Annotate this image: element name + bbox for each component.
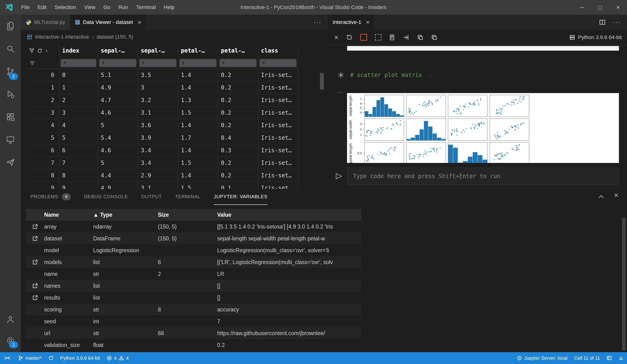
cell[interactable]: Iris-set…: [258, 157, 298, 169]
cell[interactable]: 5.4: [98, 132, 138, 144]
variable-row[interactable]: datasetDataFrame(150, 5)sepal-length sep…: [26, 232, 361, 244]
variable-row[interactable]: scoringstr8accuracy: [26, 304, 361, 316]
kernel-selector[interactable]: Python 3.9.6 64-bit: [569, 34, 627, 41]
cell[interactable]: 9: [59, 182, 98, 189]
cell[interactable]: 3.5: [138, 69, 178, 81]
breadcrumb-file[interactable]: Interactive-1.interactive: [35, 34, 89, 40]
cell[interactable]: 3.2: [138, 94, 178, 106]
sidebar-item-remote-explorer[interactable]: [0, 128, 21, 151]
column-filter-input[interactable]: [99, 59, 136, 67]
cell[interactable]: 3.4: [138, 157, 178, 169]
cell[interactable]: Iris-set…: [258, 169, 298, 182]
cell[interactable]: 3.9: [138, 132, 178, 144]
cell[interactable]: 0.4: [218, 132, 258, 144]
cell[interactable]: 3: [138, 82, 178, 94]
horizontal-scrollbar[interactable]: [347, 46, 619, 51]
maximize-button[interactable]: □: [591, 0, 609, 15]
table-row[interactable]: 334.63.11.50.2Iris-set…: [26, 107, 298, 119]
close-panel-icon[interactable]: ×: [614, 191, 619, 200]
cell[interactable]: Iris-set…: [258, 107, 298, 119]
cell[interactable]: 0.2: [218, 107, 258, 119]
remote-indicator[interactable]: ><: [0, 352, 15, 364]
variable-expand-cell[interactable]: [26, 224, 44, 230]
variables-column-header-name[interactable]: Name: [44, 212, 93, 218]
tab-close-icon[interactable]: ×: [138, 19, 141, 26]
variable-row[interactable]: namestr2LR: [26, 268, 361, 280]
open-variable-icon[interactable]: [32, 283, 38, 289]
cell[interactable]: 2.9: [138, 169, 178, 182]
cell[interactable]: 0.2: [218, 169, 258, 182]
tab-mltutorial[interactable]: MLTutorial.py: [21, 15, 70, 30]
jupyter-server-indicator[interactable]: Jupyter Server: local: [514, 352, 571, 364]
variables-column-header-value[interactable]: Value: [217, 212, 356, 218]
cell[interactable]: 3.6: [138, 119, 178, 132]
variables-column-header-type[interactable]: ▲ Type: [93, 212, 158, 218]
cell[interactable]: 3.1: [138, 182, 178, 189]
cell-more-icon[interactable]: …: [337, 87, 344, 94]
table-row[interactable]: 555.43.91.70.4Iris-set…: [26, 132, 298, 144]
cell[interactable]: 1.5: [178, 182, 218, 189]
cell[interactable]: 1: [59, 82, 98, 94]
sidebar-item-publish[interactable]: [0, 151, 21, 174]
column-filter-input[interactable]: [219, 59, 257, 67]
cell[interactable]: 4.6: [98, 107, 138, 119]
restart-kernel-icon[interactable]: [346, 34, 353, 41]
variable-row[interactable]: seedint7: [26, 316, 361, 327]
sidebar-item-extensions[interactable]: [0, 106, 21, 128]
cell[interactable]: Iris-set…: [258, 132, 298, 144]
tab-close-icon[interactable]: ×: [366, 19, 369, 26]
variable-expand-cell[interactable]: [26, 283, 44, 289]
notifications-button[interactable]: [615, 352, 627, 364]
python-interpreter[interactable]: Python 3.9.6 64-bit: [57, 352, 103, 364]
cell[interactable]: 1.5: [178, 107, 218, 119]
cell[interactable]: 6: [59, 144, 98, 157]
sort-up-icon[interactable]: ↑: [45, 48, 48, 53]
variable-row[interactable]: urlstr68https://raw.githubusercontent.co…: [26, 327, 361, 339]
cell[interactable]: 5.1: [98, 69, 138, 81]
panel-tab-debug-console[interactable]: DEBUG CONSOLE: [84, 189, 128, 205]
filter-icon[interactable]: [29, 48, 34, 53]
column-filter-input[interactable]: [179, 59, 216, 67]
cell[interactable]: Iris-set…: [258, 182, 298, 189]
cell[interactable]: 1.7: [178, 132, 218, 144]
column-filter-input[interactable]: [61, 59, 96, 67]
cell[interactable]: 1.4: [178, 119, 218, 132]
clear-all-icon[interactable]: ×: [334, 34, 339, 41]
variable-row[interactable]: resultslist[]: [26, 292, 361, 304]
table-row[interactable]: 224.73.21.30.2Iris-set…: [26, 94, 298, 107]
tab-data-viewer[interactable]: Data Viewer - dataset ×: [70, 15, 146, 30]
maximize-panel-icon[interactable]: [598, 194, 604, 200]
split-editor-icon[interactable]: [599, 19, 605, 25]
cell[interactable]: Iris-set…: [258, 119, 298, 132]
cell[interactable]: 0.2: [218, 157, 258, 169]
column-filter-input[interactable]: [139, 59, 176, 67]
sidebar-item-run-debug[interactable]: [0, 83, 21, 106]
variables-column-header-size[interactable]: Size: [158, 212, 217, 218]
variable-row[interactable]: modelslist6[('LR', LogisticRegression(mu…: [26, 256, 361, 268]
variable-expand-cell[interactable]: [26, 295, 44, 301]
panel-tab-problems[interactable]: PROBLEMS8: [30, 189, 71, 205]
cell[interactable]: 1.5: [178, 157, 218, 169]
panel-tab-terminal[interactable]: TERMINAL: [175, 189, 201, 205]
panel-tab-jupyter-variables[interactable]: JUPYTER: VARIABLES: [214, 189, 267, 205]
minimize-button[interactable]: ─: [573, 0, 591, 15]
cell[interactable]: 3.4: [138, 144, 178, 157]
cell[interactable]: 5: [59, 132, 98, 144]
menu-go[interactable]: Go: [99, 0, 114, 15]
cell[interactable]: 1.4: [178, 144, 218, 157]
export-notebook-icon[interactable]: [389, 34, 395, 41]
table-row[interactable]: 994.93.11.50.1Iris-set…: [26, 182, 298, 189]
cell[interactable]: Iris-set…: [258, 144, 298, 157]
cell[interactable]: 0: [59, 69, 98, 81]
cell[interactable]: 1.3: [178, 94, 218, 106]
variable-row[interactable]: modelLogisticRegressionLogisticRegressio…: [26, 244, 361, 256]
cell[interactable]: 0.2: [218, 119, 258, 132]
cell[interactable]: Iris-set…: [258, 69, 298, 81]
interactive-code-input[interactable]: [347, 168, 619, 185]
column-filter-input[interactable]: [260, 59, 297, 67]
column-header-2[interactable]: sepal-…: [138, 44, 178, 57]
cell[interactable]: 1.4: [178, 169, 218, 182]
menu-run[interactable]: Run: [114, 0, 132, 15]
cell[interactable]: 4.9: [98, 82, 138, 94]
close-button[interactable]: ×: [609, 0, 627, 15]
